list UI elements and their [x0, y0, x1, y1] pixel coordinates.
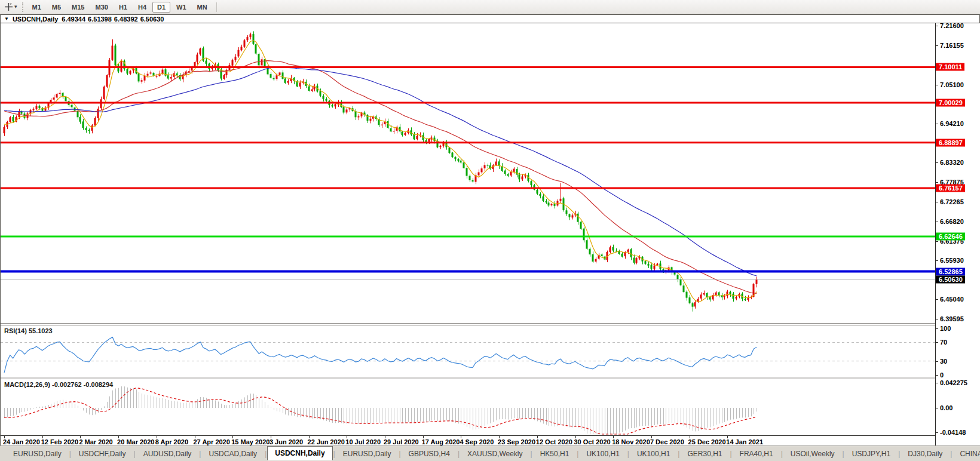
tab-separator: | [333, 450, 335, 458]
timeframe-button-M30[interactable]: M30 [91, 2, 113, 13]
symbol-tab-CHINA300-H1[interactable]: CHINA300,H1 [953, 447, 980, 460]
axis-tick-mark [936, 45, 938, 46]
chart-symbol-timeframe: USDCNH,Daily [13, 16, 58, 23]
date-label: 25 Dec 2020 [688, 438, 726, 445]
date-label: 8 Apr 2020 [155, 438, 188, 445]
date-label: 30 Oct 2020 [574, 438, 611, 445]
price-tick-label: 6.55930 [940, 257, 964, 264]
tab-separator: | [781, 450, 783, 458]
price-axis[interactable]: 7.216007.161557.051006.942106.833206.778… [935, 23, 980, 446]
timeframe-button-M15[interactable]: M15 [67, 2, 89, 13]
tab-separator: | [69, 450, 71, 458]
symbol-tab-UK100-H1[interactable]: UK100,H1 [630, 447, 677, 460]
date-axis[interactable]: 24 Jan 202012 Feb 20202 Mar 202020 Mar 2… [1, 435, 935, 446]
macd-pane[interactable]: MACD(12,26,9) -0.002762 -0.008294 [1, 379, 935, 435]
timeframe-button-MN[interactable]: MN [192, 2, 212, 13]
tab-separator: | [730, 450, 731, 458]
symbol-tab-HK50-H1[interactable]: HK50,H1 [533, 447, 577, 460]
price-level-tag: 6.62646 [936, 232, 965, 240]
date-label: 10 Jul 2020 [345, 438, 381, 445]
symbol-tab-UK100-H1[interactable]: UK100,H1 [579, 447, 626, 460]
timeframe-button-H1[interactable]: H1 [114, 2, 132, 13]
symbol-tab-GER30-H1[interactable]: GER30,H1 [680, 447, 729, 460]
date-label: 18 Nov 2020 [612, 438, 650, 445]
rsi-tick-label: 0 [940, 371, 944, 379]
axis-tick-mark [936, 202, 938, 202]
crosshair-icon [4, 2, 13, 11]
symbol-tab-EURUSD-Daily[interactable]: EURUSD,Daily [6, 447, 69, 460]
symbol-tab-bar: EURUSD,Daily|USDCHF,Daily|AUDUSD,Daily|U… [0, 445, 980, 461]
tab-separator: | [843, 450, 844, 458]
timeframe-button-W1[interactable]: W1 [172, 2, 191, 13]
price-tick-label: 6.45040 [940, 296, 964, 303]
macd-plot[interactable] [1, 379, 935, 435]
symbol-tab-AUDUSD-Daily[interactable]: AUDUSD,Daily [136, 447, 199, 460]
axis-tick-mark [936, 241, 938, 242]
ohlc-open: 6.49344 [62, 16, 85, 23]
collapse-triangle-icon[interactable]: ▼ [4, 16, 9, 23]
tab-separator: | [134, 450, 136, 458]
price-level-tag: 6.52865 [936, 268, 965, 275]
symbol-tab-GBPUSD-H4[interactable]: GBPUSD,H4 [402, 447, 457, 460]
symbol-tab-USOil-Weekly[interactable]: USOil,Weekly [783, 447, 842, 460]
axis-tick-mark [936, 375, 938, 376]
tab-separator: | [678, 450, 679, 458]
price-level-tag: 6.88897 [936, 139, 965, 146]
date-label: 3 Jun 2020 [270, 438, 303, 445]
date-label: 20 Mar 2020 [117, 438, 154, 445]
symbol-tab-EURUSD-Daily[interactable]: EURUSD,Daily [336, 447, 399, 460]
symbol-tab-FRA40-H1[interactable]: FRA40,H1 [733, 447, 780, 460]
macd-tick-label: 0.00 [940, 404, 953, 411]
price-tick-label: 6.66820 [940, 218, 964, 225]
timeframe-group: M1M5M15M30H1H4D1W1MN [27, 2, 213, 13]
timeframe-button-H4[interactable]: H4 [133, 2, 151, 13]
chevron-down-icon[interactable]: ▾ [14, 4, 17, 10]
tab-separator: | [265, 450, 267, 458]
rsi-tick-label: 70 [940, 339, 947, 346]
tab-separator: | [950, 450, 952, 458]
macd-tick-label: 0.042275 [940, 379, 967, 386]
symbol-tab-DJ30-Daily[interactable]: DJ30,Daily [901, 447, 950, 460]
tab-separator: | [898, 450, 900, 458]
price-pane[interactable] [1, 23, 935, 323]
symbol-tab-XAUUSD-Weekly[interactable]: XAUUSD,Weekly [460, 447, 529, 460]
date-label: 27 Apr 2020 [194, 438, 230, 445]
price-tick-label: 7.16155 [940, 42, 964, 49]
timeframe-button-M5[interactable]: M5 [47, 2, 66, 13]
cursor-tool-button[interactable]: ▾ [2, 1, 19, 13]
toolbar-separator [216, 2, 217, 12]
date-label: 29 Jul 2020 [384, 438, 419, 445]
rsi-plot[interactable] [1, 325, 935, 377]
date-label: 24 Jan 2020 [3, 438, 40, 445]
rsi-tick-label: 100 [940, 325, 951, 332]
price-tick-label: 6.94210 [940, 120, 964, 127]
date-label: 15 May 2020 [231, 438, 270, 445]
axis-tick-mark [936, 319, 938, 319]
chart-title-bar[interactable]: ▼ USDCNH,Daily 6.49344 6.51398 6.48392 6… [1, 15, 979, 23]
price-tick-label: 7.21600 [940, 22, 964, 29]
price-tick-label: 6.83320 [940, 159, 964, 166]
axis-tick-mark [936, 383, 938, 383]
axis-tick-mark [936, 328, 938, 329]
symbol-tab-USDJPY-H1[interactable]: USDJPY,H1 [845, 447, 898, 460]
toolbar-grip[interactable] [22, 2, 24, 12]
axis-tick-mark [936, 361, 938, 362]
symbol-tab-USDCNH-Daily[interactable]: USDCNH,Daily [267, 446, 332, 460]
rsi-pane[interactable]: RSI(14) 55.1023 [1, 325, 935, 377]
rsi-tick-label: 30 [940, 358, 947, 365]
rsi-indicator-label: RSI(14) 55.1023 [4, 327, 53, 334]
symbol-tab-USDCAD-Daily[interactable]: USDCAD,Daily [201, 447, 264, 460]
symbol-tabs: EURUSD,Daily|USDCHF,Daily|AUDUSD,Daily|U… [6, 447, 980, 460]
axis-tick-mark [936, 85, 938, 85]
date-label: 12 Oct 2020 [536, 438, 572, 445]
timeframe-button-M1[interactable]: M1 [27, 2, 46, 13]
ohlc-low: 6.48392 [114, 16, 138, 23]
price-level-tag: 6.50630 [936, 275, 965, 283]
timeframe-button-D1[interactable]: D1 [152, 2, 170, 13]
candlestick-plot[interactable] [1, 23, 935, 323]
symbol-tab-USDCHF-Daily[interactable]: USDCHF,Daily [72, 447, 133, 460]
tab-separator: | [531, 450, 532, 458]
axis-tick-mark [936, 222, 938, 222]
tab-separator: | [399, 450, 400, 458]
axis-tick-mark [936, 299, 938, 300]
